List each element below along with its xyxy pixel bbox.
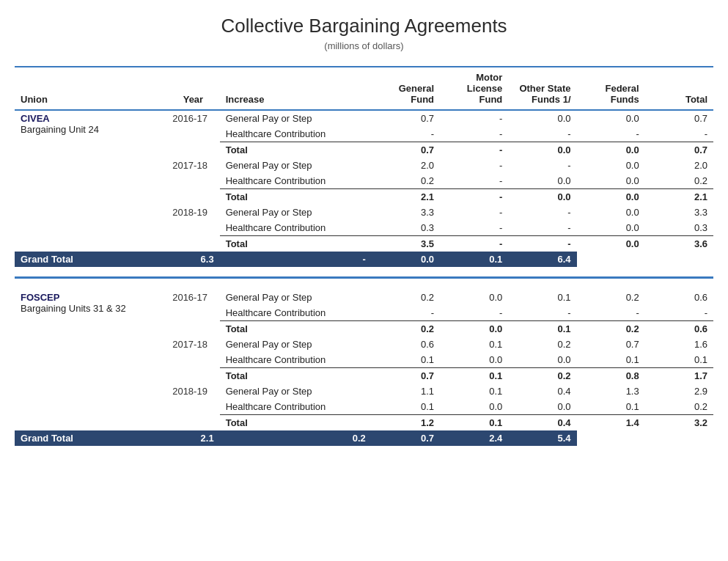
osf-cell: 0.0 bbox=[508, 173, 576, 189]
total-osf: 0.0 bbox=[508, 142, 576, 158]
total-mlf: 0.1 bbox=[440, 415, 508, 431]
increase-cell: General Pay or Step bbox=[220, 205, 372, 220]
ff-cell: 0.0 bbox=[577, 205, 645, 220]
header-other-state-funds: Other State Funds 1/ bbox=[508, 67, 576, 110]
mlf-cell: 0.1 bbox=[440, 384, 508, 399]
mlf-cell: - bbox=[440, 220, 508, 236]
total-ff: 0.0 bbox=[577, 142, 645, 158]
year-cell: 2017-18 bbox=[166, 158, 220, 205]
total-osf: - bbox=[508, 236, 576, 252]
ff-cell: 0.0 bbox=[577, 173, 645, 189]
increase-cell: Healthcare Contribution bbox=[220, 352, 372, 368]
osf-cell: 0.0 bbox=[508, 399, 576, 415]
total-cell: 3.3 bbox=[645, 205, 713, 220]
total-mlf: 0.0 bbox=[440, 321, 508, 337]
grand-total-osf: 0.0 bbox=[372, 252, 440, 267]
grand-total-gf: 6.3 bbox=[166, 252, 220, 267]
header-year: Year bbox=[166, 67, 220, 110]
total-label: Total bbox=[220, 189, 372, 205]
year-cell: 2018-19 bbox=[166, 205, 220, 252]
osf-cell: - bbox=[508, 220, 576, 236]
total-total: 2.1 bbox=[645, 189, 713, 205]
gf-cell: 0.7 bbox=[372, 110, 440, 126]
total-cell: 0.3 bbox=[645, 220, 713, 236]
total-label: Total bbox=[220, 142, 372, 158]
header-general-fund: General Fund bbox=[372, 67, 440, 110]
page-subtitle: (millions of dollars) bbox=[15, 40, 713, 51]
total-gf: 3.5 bbox=[372, 236, 440, 252]
ff-cell: 1.3 bbox=[577, 384, 645, 399]
header-motor-license-fund: Motor License Fund bbox=[440, 67, 508, 110]
osf-cell: 0.1 bbox=[508, 290, 576, 305]
increase-cell: General Pay or Step bbox=[220, 110, 372, 126]
mlf-cell: - bbox=[440, 158, 508, 173]
gf-cell: 2.0 bbox=[372, 158, 440, 173]
total-gf: 1.2 bbox=[372, 415, 440, 431]
grand-total-total: 5.4 bbox=[508, 430, 576, 446]
total-cell: 0.2 bbox=[645, 173, 713, 189]
ff-cell: 0.0 bbox=[577, 158, 645, 173]
main-table: Union Year Increase General Fund Motor L… bbox=[15, 66, 713, 446]
increase-cell: General Pay or Step bbox=[220, 384, 372, 399]
total-gf: 0.2 bbox=[372, 321, 440, 337]
grand-total-row: Grand Total 6.3 - 0.0 0.1 6.4 bbox=[15, 252, 713, 267]
total-cell: 1.6 bbox=[645, 337, 713, 352]
osf-cell: - bbox=[508, 305, 576, 321]
ff-cell: 0.1 bbox=[577, 352, 645, 368]
total-gf: 0.7 bbox=[372, 142, 440, 158]
total-label: Total bbox=[220, 236, 372, 252]
header-increase: Increase bbox=[220, 67, 372, 110]
gf-cell: 0.3 bbox=[372, 220, 440, 236]
table-row: FOSCEPBargaining Units 31 & 32 2016-17 G… bbox=[15, 290, 713, 305]
year-cell: 2017-18 bbox=[166, 337, 220, 384]
union-name: CIVEABargaining Unit 24 bbox=[15, 110, 166, 252]
total-total: 3.6 bbox=[645, 236, 713, 252]
total-ff: 0.0 bbox=[577, 236, 645, 252]
union-name: FOSCEPBargaining Units 31 & 32 bbox=[15, 290, 166, 430]
ff-cell: 0.0 bbox=[577, 220, 645, 236]
grand-total-osf: 0.7 bbox=[372, 430, 440, 446]
total-label: Total bbox=[220, 368, 372, 384]
osf-cell: 0.0 bbox=[508, 352, 576, 368]
total-ff: 1.4 bbox=[577, 415, 645, 431]
gf-cell: - bbox=[372, 126, 440, 142]
ff-cell: 0.2 bbox=[577, 290, 645, 305]
mlf-cell: 0.0 bbox=[440, 352, 508, 368]
total-cell: 0.1 bbox=[645, 352, 713, 368]
header-total: Total bbox=[645, 67, 713, 110]
ff-cell: 0.1 bbox=[577, 399, 645, 415]
grand-total-label: Grand Total bbox=[15, 252, 166, 267]
gf-cell: 1.1 bbox=[372, 384, 440, 399]
gf-cell: 0.1 bbox=[372, 399, 440, 415]
increase-cell: General Pay or Step bbox=[220, 158, 372, 173]
ff-cell: 0.7 bbox=[577, 337, 645, 352]
header-federal-funds: Federal Funds bbox=[577, 67, 645, 110]
increase-cell: Healthcare Contribution bbox=[220, 220, 372, 236]
total-osf: 0.4 bbox=[508, 415, 576, 431]
ff-cell: - bbox=[577, 305, 645, 321]
total-total: 1.7 bbox=[645, 368, 713, 384]
increase-cell: Healthcare Contribution bbox=[220, 305, 372, 321]
mlf-cell: - bbox=[440, 305, 508, 321]
osf-cell: 0.0 bbox=[508, 110, 576, 126]
total-gf: 0.7 bbox=[372, 368, 440, 384]
grand-total-ff: 0.1 bbox=[440, 252, 508, 267]
osf-cell: 0.4 bbox=[508, 384, 576, 399]
increase-cell: Healthcare Contribution bbox=[220, 173, 372, 189]
total-cell: 2.0 bbox=[645, 158, 713, 173]
total-label: Total bbox=[220, 321, 372, 337]
grand-total-label: Grand Total bbox=[15, 430, 166, 446]
grand-total-mlf: 0.2 bbox=[220, 430, 372, 446]
total-osf: 0.1 bbox=[508, 321, 576, 337]
grand-total-mlf: - bbox=[220, 252, 372, 267]
page-title: Collective Bargaining Agreements bbox=[15, 15, 713, 37]
total-cell: 0.6 bbox=[645, 290, 713, 305]
gf-cell: - bbox=[372, 305, 440, 321]
mlf-cell: - bbox=[440, 205, 508, 220]
osf-cell: - bbox=[508, 158, 576, 173]
gf-cell: 3.3 bbox=[372, 205, 440, 220]
table-row: CIVEABargaining Unit 24 2016-17 General … bbox=[15, 110, 713, 126]
osf-cell: 0.2 bbox=[508, 337, 576, 352]
ff-cell: 0.0 bbox=[577, 110, 645, 126]
gf-cell: 0.1 bbox=[372, 352, 440, 368]
